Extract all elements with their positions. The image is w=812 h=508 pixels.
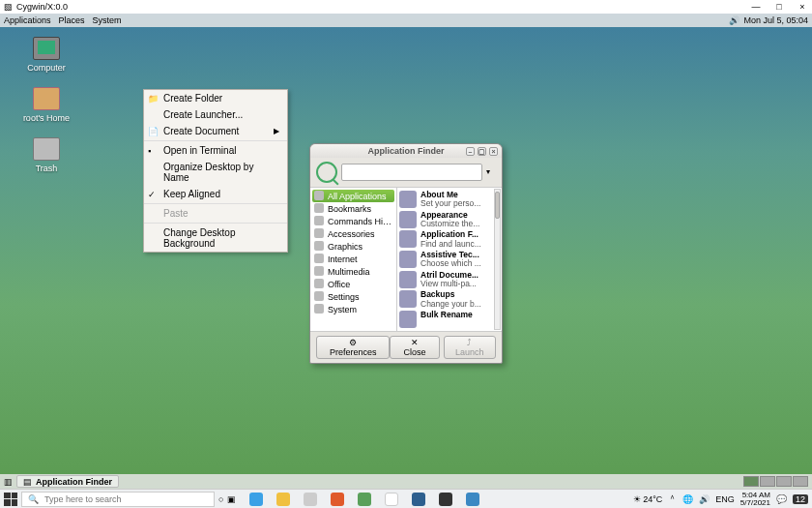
- app-icon[interactable]: [466, 493, 479, 506]
- computer-icon: [33, 37, 60, 60]
- trash-icon: [33, 137, 60, 161]
- scrollbar-thumb[interactable]: [495, 192, 500, 219]
- app-icon[interactable]: [358, 493, 371, 506]
- app-list-item[interactable]: AppearanceCustomize the...: [399, 210, 492, 230]
- xserver-icon[interactable]: [439, 493, 452, 506]
- category-label: Accessories: [328, 229, 375, 239]
- cygwin-icon[interactable]: [304, 493, 317, 506]
- context-menu-item: Paste: [144, 205, 287, 222]
- desktop-icon-home[interactable]: root's Home: [17, 87, 75, 123]
- home-folder-icon: [33, 87, 60, 110]
- app-list-item[interactable]: About MeSet your perso...: [399, 190, 492, 210]
- menu-places[interactable]: Places: [59, 15, 85, 25]
- task-icon: ▤: [23, 477, 32, 487]
- search-dropdown-button[interactable]: ▾: [486, 167, 496, 177]
- desktop-icon-trash[interactable]: Trash: [17, 137, 75, 173]
- tray-chevron-up-icon[interactable]: ＾: [668, 493, 677, 505]
- category-item[interactable]: Graphics: [312, 240, 394, 253]
- app-list-item[interactable]: Assistive Tec...Choose which ...: [399, 250, 492, 270]
- launch-button[interactable]: ⤴ Launch: [444, 336, 496, 359]
- menu-applications[interactable]: Applications: [4, 15, 51, 25]
- notification-button[interactable]: 💬: [776, 494, 787, 504]
- app-icon[interactable]: [412, 493, 425, 506]
- edge-icon[interactable]: [249, 493, 263, 506]
- category-label: All Applications: [328, 192, 387, 201]
- category-item[interactable]: Settings: [312, 290, 394, 303]
- volume-icon[interactable]: 🔊: [729, 15, 740, 25]
- category-item[interactable]: Multimedia: [312, 265, 394, 278]
- preferences-button[interactable]: ⚙ Preferences: [316, 336, 390, 359]
- notification-count[interactable]: 12: [793, 494, 808, 504]
- category-item[interactable]: System: [312, 303, 394, 315]
- category-icon: [314, 241, 324, 251]
- separator: [144, 223, 287, 224]
- cortana-button[interactable]: ○: [218, 494, 223, 504]
- tray-language[interactable]: ENG: [715, 494, 735, 504]
- menu-system[interactable]: System: [93, 15, 122, 25]
- host-minimize-button[interactable]: —: [750, 2, 762, 12]
- appfinder-search-input[interactable]: [341, 164, 482, 181]
- app-list-item[interactable]: Application F...Find and launc...: [399, 229, 492, 250]
- menu-item-label: Change Desktop Background: [163, 227, 279, 249]
- context-menu-item[interactable]: 📁Create Folder: [144, 90, 287, 106]
- category-icon: [314, 291, 324, 301]
- workspace-4[interactable]: [793, 476, 808, 487]
- app-icon[interactable]: [385, 493, 398, 506]
- menu-item-label: Paste: [163, 208, 188, 219]
- context-menu-item[interactable]: ✓Keep Aligned: [144, 186, 287, 202]
- category-item[interactable]: All Applications: [312, 190, 394, 202]
- category-item[interactable]: Bookmarks: [312, 202, 394, 215]
- appfinder-close-button[interactable]: ×: [489, 147, 498, 156]
- tray-volume-icon[interactable]: 🔊: [699, 494, 710, 504]
- desktop-icon-computer[interactable]: Computer: [17, 37, 75, 73]
- category-item[interactable]: Accessories: [312, 227, 394, 240]
- context-menu-item[interactable]: ▪Open in Terminal: [144, 142, 287, 159]
- host-close-button[interactable]: ×: [797, 2, 808, 12]
- application-finder-window: Application Finder – ▢ × ▾ All Applicati…: [309, 143, 503, 364]
- search-icon: [316, 162, 337, 183]
- taskbar-item-appfinder[interactable]: ▤ Application Finder: [16, 475, 119, 488]
- app-list-item[interactable]: Bulk Rename: [399, 310, 492, 329]
- windows-search-box[interactable]: 🔍 Type here to search: [21, 492, 215, 507]
- submenu-arrow-icon: ▶: [274, 127, 279, 135]
- category-item[interactable]: Internet: [312, 253, 394, 265]
- appfinder-scrollbar[interactable]: [494, 189, 501, 330]
- weather-widget[interactable]: ☀ 24°C: [633, 494, 663, 504]
- category-item[interactable]: Commands His...: [312, 215, 394, 227]
- menu-item-label: Open in Terminal: [163, 145, 236, 156]
- context-menu-item[interactable]: Organize Desktop by Name: [144, 159, 287, 186]
- app-icon[interactable]: [331, 493, 344, 506]
- app-list-item[interactable]: Atril Docume...View multi-pa...: [399, 270, 492, 290]
- appfinder-minimize-button[interactable]: –: [466, 147, 475, 156]
- app-title: Atril Docume...: [420, 271, 478, 280]
- tray-network-icon[interactable]: 🌐: [682, 494, 693, 504]
- panel-clock[interactable]: Mon Jul 5, 05:04: [743, 15, 808, 25]
- category-label: System: [328, 305, 357, 314]
- context-menu-item[interactable]: 📄Create Document▶: [144, 123, 287, 139]
- host-maximize-button[interactable]: □: [773, 2, 785, 12]
- task-view-button[interactable]: ▣: [227, 494, 236, 504]
- windows-start-button[interactable]: [4, 493, 17, 506]
- app-subtitle: Find and launc...: [420, 240, 481, 249]
- menu-item-label: Create Launcher...: [163, 109, 243, 120]
- show-desktop-button[interactable]: ▥: [4, 477, 13, 487]
- tray-clock[interactable]: 5:04 AM 5/7/2021: [740, 492, 770, 507]
- menu-item-label: Keep Aligned: [163, 189, 220, 199]
- app-icon: [399, 271, 417, 288]
- workspace-1[interactable]: [743, 476, 759, 487]
- appfinder-app-list: About MeSet your perso...AppearanceCusto…: [397, 188, 502, 331]
- appfinder-maximize-button[interactable]: ▢: [478, 147, 486, 156]
- app-list-item[interactable]: BackupsChange your b...: [399, 289, 492, 310]
- context-menu-item[interactable]: Create Launcher...: [144, 106, 287, 123]
- category-icon: [314, 254, 324, 263]
- context-menu-item[interactable]: Change Desktop Background: [144, 224, 287, 252]
- category-item[interactable]: Office: [312, 278, 394, 290]
- workspace-2[interactable]: [760, 476, 775, 487]
- appfinder-titlebar[interactable]: Application Finder – ▢ ×: [310, 144, 502, 158]
- menu-item-glyph: ✓: [148, 190, 156, 199]
- menu-item-label: Organize Desktop by Name: [163, 162, 279, 183]
- file-explorer-icon[interactable]: [276, 493, 290, 506]
- workspace-3[interactable]: [776, 476, 792, 487]
- close-button[interactable]: ✕ Close: [390, 336, 439, 359]
- menu-item-glyph: ▪: [148, 146, 151, 156]
